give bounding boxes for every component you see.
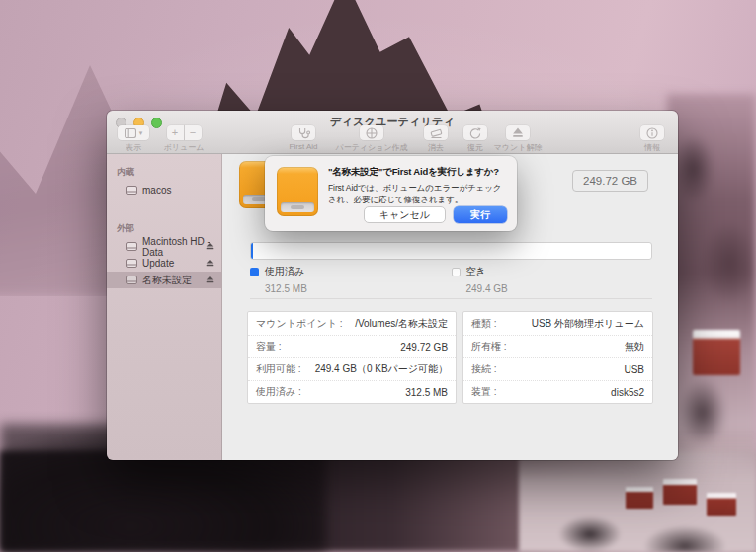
erase-button[interactable] xyxy=(424,125,448,140)
minus-icon: − xyxy=(190,127,196,138)
disk-icon xyxy=(126,276,137,284)
legend-free: 空き 249.4 GB xyxy=(452,265,653,294)
remove-volume-button[interactable]: − xyxy=(185,125,202,140)
partition-icon xyxy=(366,127,378,139)
wallpaper-cabin xyxy=(626,487,653,509)
used-swatch xyxy=(250,268,259,276)
toolbar-restore-group: 復元 xyxy=(455,125,496,153)
wallpaper-cabin xyxy=(707,493,736,516)
type-label: 種類 : xyxy=(471,317,497,331)
table-row: 装置 : disk5s2 xyxy=(463,380,652,403)
used-label: 使用済み xyxy=(265,265,304,278)
dialog-title: "名称未設定"でFirst Aidを実行しますか? xyxy=(328,166,509,179)
partition-icon-button[interactable] xyxy=(360,125,383,140)
free-value: 249.4 GB xyxy=(466,283,653,294)
run-button[interactable]: 実行 xyxy=(454,206,507,223)
sidebar: 内蔵 macos 外部 Macintosh HD - Data xyxy=(107,154,222,460)
table-row: 種類 : USB 外部物理ボリューム xyxy=(463,312,652,335)
eject-icon[interactable] xyxy=(206,259,214,267)
connection-label: 接続 : xyxy=(471,362,497,376)
device-label: 装置 : xyxy=(471,385,497,399)
restore-label: 復元 xyxy=(467,142,483,153)
ownership-label: 所有権 : xyxy=(471,340,507,354)
device-value: disk5s2 xyxy=(611,387,644,398)
sidebar-view-icon xyxy=(125,128,136,138)
available-label: 利用可能 : xyxy=(256,362,301,376)
first-aid-button[interactable] xyxy=(292,125,315,140)
disk-icon xyxy=(126,242,137,251)
capacity-badge: 249.72 GB xyxy=(572,170,648,192)
available-value: 249.4 GB（0 KBパージ可能） xyxy=(315,362,448,376)
table-row: 利用可能 : 249.4 GB（0 KBパージ可能） xyxy=(248,357,456,380)
sidebar-item-update[interactable]: Update xyxy=(107,255,221,272)
table-row: 使用済み : 312.5 MB xyxy=(248,380,456,403)
chevron-down-icon: ▾ xyxy=(139,129,143,136)
sidebar-item-label: Update xyxy=(142,258,174,269)
external-drive-icon xyxy=(277,167,318,216)
unmount-label: マウント解除 xyxy=(494,142,543,153)
eject-icon[interactable] xyxy=(206,242,214,250)
free-swatch xyxy=(452,268,461,276)
mount-point-label: マウントポイント : xyxy=(256,317,342,331)
toolbar-view-group: ▾ 表示 xyxy=(117,125,150,153)
cancel-button[interactable]: キャンセル xyxy=(364,206,446,223)
table-row: 接続 : USB xyxy=(463,357,652,380)
toolbar-first-aid-group: First Aid xyxy=(279,125,328,151)
capacity-value: 249.72 GB xyxy=(400,342,448,353)
toolbar-partition-group: パーティション作成 xyxy=(330,125,413,153)
partition-label: パーティション作成 xyxy=(335,142,407,153)
sidebar-item-label: 名称未設定 xyxy=(142,274,192,287)
used-value: 312.5 MB xyxy=(405,387,448,398)
toolbar-volume-group: + − ボリューム xyxy=(164,125,204,153)
toolbar-info-group: 情報 xyxy=(636,125,668,153)
legend-used: 使用済み 312.5 MB xyxy=(250,265,452,294)
table-row: 容量 : 249.72 GB xyxy=(248,335,456,357)
mount-point-value: /Volumes/名称未設定 xyxy=(355,317,448,331)
view-button[interactable]: ▾ xyxy=(118,125,149,140)
sidebar-item-untitled[interactable]: 名称未設定 xyxy=(107,272,221,288)
volume-label: ボリューム xyxy=(164,142,205,153)
type-value: USB 外部物理ボリューム xyxy=(532,317,644,331)
used-label: 使用済み : xyxy=(256,385,301,399)
info-label: 情報 xyxy=(644,142,660,153)
first-aid-label: First Aid xyxy=(290,142,318,151)
used-value: 312.5 MB xyxy=(265,283,452,294)
wallpaper-right-cliff xyxy=(667,94,756,469)
eraser-icon xyxy=(430,127,443,139)
view-label: 表示 xyxy=(126,142,141,153)
capacity-label: 容量 : xyxy=(256,340,282,354)
disk-icon xyxy=(126,259,137,268)
sidebar-item-macintosh-hd-data[interactable]: Macintosh HD - Data xyxy=(107,238,221,255)
stethoscope-icon xyxy=(296,127,310,139)
info-table-right: 種類 : USB 外部物理ボリューム 所有権 : 無効 接続 : USB 装 xyxy=(462,311,653,404)
sidebar-section-external: 外部 xyxy=(117,222,221,235)
first-aid-dialog: "名称未設定"でFirst Aidを実行しますか? First Aidでは、ボリ… xyxy=(265,156,517,231)
usage-legend: 使用済み 312.5 MB 空き 249.4 GB xyxy=(250,265,652,294)
divider xyxy=(250,298,652,299)
desktop: ディスクユーティリティ ▾ 表示 + − ボリューム xyxy=(0,0,756,552)
eject-icon xyxy=(512,127,524,138)
restore-button[interactable] xyxy=(463,125,487,140)
erase-label: 消去 xyxy=(428,142,444,153)
toolbar-erase-group: 消去 xyxy=(415,125,457,153)
restore-arrow-icon xyxy=(469,127,481,139)
wallpaper-cabin xyxy=(663,479,697,505)
titlebar: ディスクユーティリティ ▾ 表示 + − ボリューム xyxy=(107,111,678,154)
toolbar-unmount-group: マウント解除 xyxy=(494,125,542,153)
info-table-left: マウントポイント : /Volumes/名称未設定 容量 : 249.72 GB… xyxy=(247,311,457,404)
sidebar-item-label: macos xyxy=(142,185,171,196)
add-volume-button[interactable]: + xyxy=(167,125,184,140)
usage-bar-used-segment xyxy=(251,243,253,259)
sidebar-item-macos[interactable]: macos xyxy=(107,182,221,198)
plus-icon: + xyxy=(172,127,178,138)
unmount-button[interactable] xyxy=(506,125,530,140)
table-row: 所有権 : 無効 xyxy=(463,335,652,357)
disk-icon xyxy=(126,186,137,195)
eject-icon[interactable] xyxy=(206,276,214,283)
info-button[interactable] xyxy=(640,125,664,140)
table-row: マウントポイント : /Volumes/名称未設定 xyxy=(248,312,456,335)
info-icon xyxy=(646,127,658,139)
connection-value: USB xyxy=(624,364,644,375)
ownership-value: 無効 xyxy=(625,340,644,354)
dialog-message: First Aidでは、ボリュームのエラーがチェックされ、必要に応じて修復されま… xyxy=(328,183,509,206)
